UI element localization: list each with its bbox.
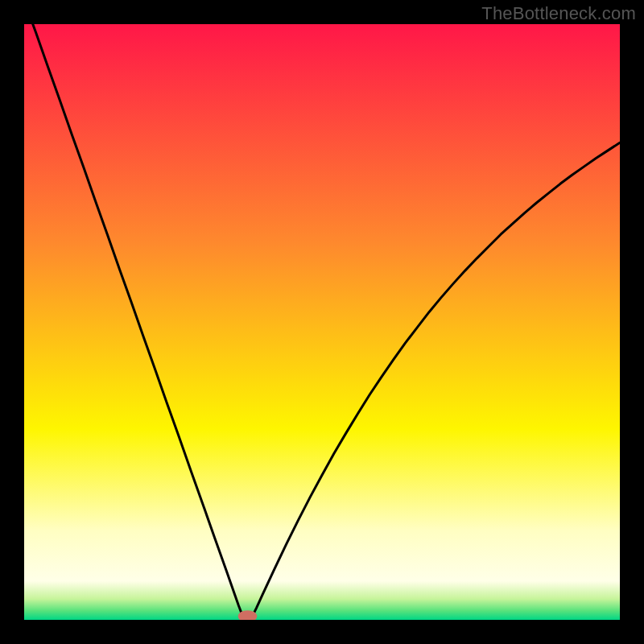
chart-svg bbox=[24, 24, 620, 620]
chart-container: TheBottleneck.com bbox=[0, 0, 644, 644]
plot-area bbox=[24, 24, 620, 620]
gradient-background bbox=[24, 24, 620, 620]
watermark-text: TheBottleneck.com bbox=[481, 3, 636, 24]
